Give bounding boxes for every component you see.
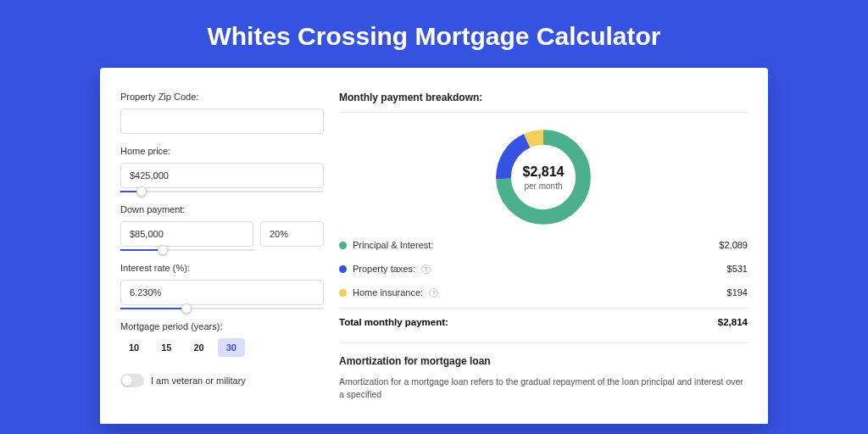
zip-label: Property Zip Code:	[120, 92, 324, 102]
legend-value: $531	[727, 264, 748, 274]
veteran-row: I am veteran or military	[120, 374, 324, 387]
period-btn-30[interactable]: 30	[218, 338, 245, 357]
donut-wrap: $2,814 per month	[339, 113, 748, 233]
total-row: Total monthly payment: $2,814	[339, 308, 748, 327]
slider-thumb[interactable]	[181, 303, 192, 314]
slider-thumb[interactable]	[158, 245, 168, 255]
dot-icon	[339, 265, 347, 273]
period-btn-15[interactable]: 15	[153, 338, 180, 357]
amortization-title: Amortization for mortgage loan	[339, 355, 748, 367]
payment-donut: $2,814 per month	[491, 125, 596, 230]
period-btn-10[interactable]: 10	[120, 338, 147, 357]
breakdown-column: Monthly payment breakdown: $2,814 per mo…	[339, 92, 748, 424]
legend-row-principal: Principal & Interest: $2,089	[339, 233, 748, 257]
dot-icon	[339, 289, 347, 297]
slider-thumb[interactable]	[136, 186, 147, 197]
period-label: Mortgage period (years):	[120, 321, 324, 331]
veteran-label: I am veteran or military	[151, 376, 246, 386]
total-value: $2,814	[718, 317, 748, 327]
legend-row-taxes: Property taxes: ? $531	[339, 257, 748, 281]
legend-value: $2,089	[719, 240, 748, 250]
dot-icon	[339, 242, 347, 249]
legend-label: Principal & Interest:	[353, 240, 433, 250]
interest-label: Interest rate (%):	[120, 263, 324, 273]
period-group: Mortgage period (years): 10 15 20 30	[120, 321, 324, 357]
interest-slider[interactable]	[120, 308, 324, 309]
form-column: Property Zip Code: Home price: Down paym…	[120, 92, 324, 424]
veteran-toggle[interactable]	[120, 374, 144, 387]
down-payment-slider[interactable]	[120, 249, 254, 251]
down-payment-label: Down payment:	[120, 204, 324, 214]
home-price-group: Home price:	[120, 146, 324, 192]
legend-row-insurance: Home insurance: ? $194	[339, 281, 748, 304]
breakdown-title: Monthly payment breakdown:	[339, 92, 748, 113]
donut-sub: per month	[524, 181, 562, 191]
down-payment-group: Down payment:	[120, 204, 324, 251]
info-icon[interactable]: ?	[421, 264, 431, 274]
home-price-label: Home price:	[120, 146, 324, 156]
donut-amount: $2,814	[523, 164, 565, 180]
info-icon[interactable]: ?	[429, 288, 438, 298]
legend-label: Property taxes:	[353, 264, 415, 274]
page-title: Whites Crossing Mortgage Calculator	[0, 0, 868, 68]
home-price-slider[interactable]	[120, 191, 324, 192]
period-buttons: 10 15 20 30	[120, 338, 324, 357]
interest-group: Interest rate (%):	[120, 263, 324, 309]
period-btn-20[interactable]: 20	[186, 338, 213, 357]
legend-label: Home insurance:	[353, 287, 423, 298]
amortization-body: Amortization for a mortgage loan refers …	[339, 376, 748, 400]
zip-input[interactable]	[120, 108, 324, 134]
interest-input[interactable]	[120, 280, 324, 305]
down-payment-pct-input[interactable]	[260, 221, 324, 247]
legend-value: $194	[727, 287, 748, 298]
total-label: Total monthly payment:	[339, 317, 448, 327]
zip-group: Property Zip Code:	[120, 92, 324, 134]
amortization-section: Amortization for mortgage loan Amortizat…	[339, 342, 748, 400]
home-price-input[interactable]	[120, 163, 324, 188]
down-payment-input[interactable]	[120, 221, 253, 247]
calculator-card: Property Zip Code: Home price: Down paym…	[100, 68, 768, 424]
